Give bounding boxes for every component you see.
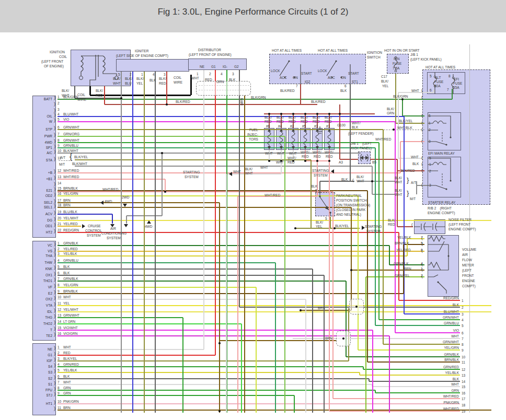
junction-dot [316, 160, 318, 162]
terminal-bracket: ( [421, 127, 423, 132]
junction-dot [294, 227, 296, 229]
ecm-pin-tag: VTA [33, 304, 52, 307]
label: FLOW [462, 258, 472, 262]
ecm-pin-number: 14 [58, 320, 61, 324]
wire-label: RED/GRN [428, 296, 459, 300]
wire-v [219, 203, 220, 413]
label: #6 [266, 124, 270, 129]
ecm-pin-tag: SP1 [33, 146, 52, 149]
ecm-pin-bracket: ) [54, 157, 55, 161]
ecm-pin-tag: A/C [33, 151, 52, 155]
ecm-pin-number: 9 [58, 144, 60, 148]
wire-v [395, 122, 396, 333]
ecm-pin-number: 13 [58, 313, 61, 318]
wire-label: LT GRN [63, 320, 75, 324]
label: GRN/BLK [394, 262, 409, 266]
label: IG- [223, 65, 227, 69]
wire-v [305, 299, 306, 413]
flow-arrow-l [331, 169, 334, 173]
wire-v [375, 390, 376, 393]
label: KICK PANEL) [351, 146, 372, 150]
ecm-pin-bracket: ) [54, 352, 55, 356]
label: BLK/ [313, 115, 320, 120]
label: 3 [232, 72, 234, 76]
wire-v [112, 214, 113, 224]
label: CRUISE [88, 224, 101, 228]
noise-filter-symbol [414, 219, 445, 234]
wire-v [389, 336, 390, 413]
label: M/T [59, 162, 65, 167]
label: BLK/ [316, 220, 323, 225]
ecm-pin-tag: THW [33, 261, 52, 264]
wire-label: BRN [63, 203, 71, 207]
label: 6 [430, 88, 432, 92]
ecm-pin-number: 7 [58, 380, 60, 384]
wire-label: GRN/ORG [63, 132, 79, 136]
label: RED [277, 120, 284, 124]
label: 5 [325, 217, 327, 221]
wire-label: YEL/WHT [63, 216, 78, 220]
ecm-pin-tag: BATT [33, 97, 52, 101]
label: BLK/ [96, 89, 103, 93]
label: POSITION SWITCH [336, 199, 367, 203]
ecm-pin-tag: S3 [33, 370, 52, 374]
label: SYSTEM [87, 234, 101, 238]
ecm-pin-bracket: ) [54, 309, 55, 313]
ecm-pin-bracket: ) [54, 296, 55, 300]
ecm-pin-bracket: ) [54, 204, 55, 208]
ecm-pin-number: 9 [58, 289, 60, 294]
ecm-pin-bracket: ) [54, 113, 55, 118]
label: BLK/ [113, 77, 120, 81]
ecm-pin-tag: STP [33, 127, 52, 131]
ecm-pin-tag: ACV [33, 212, 52, 216]
junction-dot [120, 97, 122, 99]
ecm-pin-tag: THO1 [33, 279, 52, 283]
ecm-pin-tag: SEL1 [33, 205, 52, 209]
ecm-pin-number: 17 [58, 199, 61, 203]
ecm-pin-tag: E21 [33, 189, 52, 192]
ecm-pin-tag: E2 [33, 291, 52, 295]
wire-v [284, 136, 285, 413]
wire-h [90, 95, 191, 96]
split-brace: { [70, 155, 72, 159]
wire-label: GRN/WHT [63, 313, 79, 318]
ecm-pin-tag: STA [33, 158, 52, 162]
ecm-pin-bracket: ) [54, 381, 55, 386]
junction-dot [268, 160, 270, 162]
wire-v [104, 86, 105, 104]
fuel-injector-symbol [276, 128, 286, 150]
wire-v [237, 196, 238, 413]
wire-v [294, 395, 295, 413]
wire-label: GRN/WHT [428, 316, 459, 320]
junction-dot [355, 306, 358, 308]
label: IGNITION [50, 50, 65, 54]
ecm-pin-number: 21 [58, 222, 61, 226]
label: WHT [191, 76, 199, 80]
ecm-pin-tag: S1 [33, 382, 52, 386]
label: 6 [344, 84, 347, 88]
junction-dot [393, 129, 395, 131]
label: FRONT [462, 274, 474, 278]
label: (LEFT FENDER) [348, 132, 374, 136]
label: (CLOSED IN PARK [336, 208, 365, 212]
label: GRN [387, 111, 394, 115]
ecm-pin-number: 5 [58, 118, 60, 122]
ecm-pin-tag: G1 [33, 353, 52, 357]
ecm-pin-bracket: ) [54, 284, 55, 288]
ecm-pin-number: 2 [58, 101, 60, 106]
ecm-pin-bracket: ) [54, 139, 55, 144]
label: 7 [296, 84, 298, 88]
ecm-pin-tag: FPU [33, 388, 52, 392]
ecm-pin-number: 14 [58, 181, 61, 185]
label: BLK/ [245, 167, 252, 171]
label: BLK/ [381, 79, 388, 84]
ecm-pin-number: 6 [58, 271, 60, 275]
wire-label: WHT [63, 295, 71, 299]
label: WHT [356, 179, 364, 183]
junction-dot [166, 103, 168, 106]
ecm-pin-number: 12 [58, 169, 61, 173]
label: COIL [174, 76, 181, 80]
ecm-pin-number: 15 [58, 186, 61, 191]
ecm-pin-tag: W [33, 120, 52, 123]
ecm-pin-bracket: ) [54, 102, 55, 107]
